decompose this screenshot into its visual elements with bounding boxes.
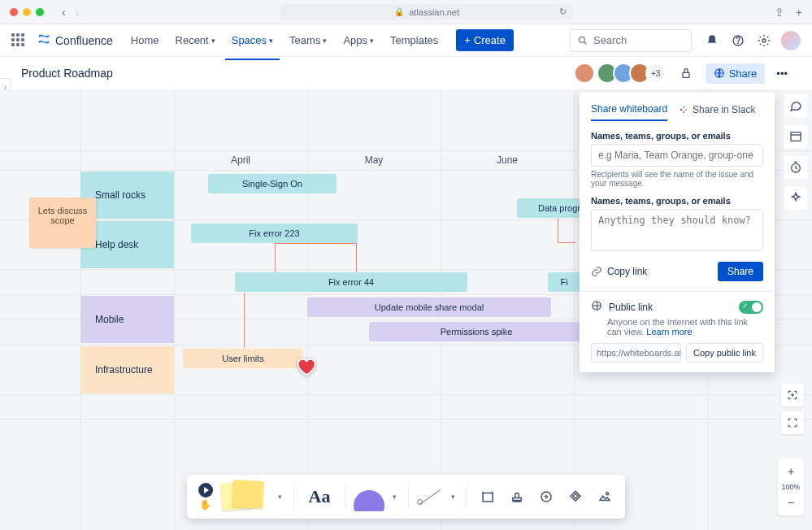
heart-sticker[interactable]	[294, 354, 317, 377]
copy-public-link-button[interactable]: Copy public link	[686, 343, 763, 363]
search-icon	[577, 35, 588, 46]
nav-home[interactable]: Home	[124, 29, 166, 51]
create-button[interactable]: + Create	[456, 29, 514, 51]
shape-tool[interactable]	[354, 482, 384, 511]
svg-rect-7	[680, 109, 682, 111]
learn-more-link[interactable]: Learn more	[646, 327, 692, 337]
refresh-icon[interactable]: ↻	[559, 7, 567, 17]
zoom-controls: + 100% −	[778, 458, 804, 515]
copy-link-button[interactable]: Copy link	[591, 266, 647, 277]
browser-url-text: atlassian.net	[409, 7, 459, 17]
avatar[interactable]	[574, 63, 595, 84]
lock-permissions-icon[interactable]	[675, 62, 697, 85]
names-input[interactable]	[591, 144, 763, 167]
task-permissions-spike[interactable]: Permissions spike	[369, 322, 584, 341]
task-update-mobile[interactable]: Update mobile share modal	[307, 298, 551, 317]
nav-apps[interactable]: Apps▾	[337, 29, 380, 51]
link-icon	[591, 266, 602, 277]
user-avatar[interactable]	[781, 31, 801, 50]
task-fi[interactable]: Fi	[548, 272, 580, 292]
nav-templates[interactable]: Templates	[384, 29, 445, 51]
timer-icon[interactable]	[784, 156, 807, 179]
right-rail	[784, 94, 807, 210]
lock-icon: 🔒	[394, 7, 404, 16]
row-header-infrastructure[interactable]: Infrastructure	[80, 346, 174, 393]
globe-icon	[714, 67, 725, 79]
stamp-tool-icon[interactable]	[505, 484, 529, 509]
sticky-note-tool[interactable]	[221, 480, 270, 513]
names-field-label: Names, teams, groups, or emails	[591, 131, 763, 141]
nav-spaces[interactable]: Spaces▾	[225, 29, 280, 51]
jira-tool-icon[interactable]	[563, 484, 588, 509]
tab-share-slack[interactable]: Share in Slack	[679, 103, 755, 121]
browser-chrome: ‹ › 🔒 atlassian.net ↻ ⇪ +	[0, 0, 812, 24]
share-button[interactable]: Share	[706, 63, 766, 84]
collaborator-avatars[interactable]: +3	[579, 63, 667, 84]
svg-rect-12	[791, 132, 801, 141]
page-header: Product Roadmap +3 Share •••	[0, 57, 812, 89]
row-header-mobile[interactable]: Mobile	[80, 296, 174, 343]
task-fix-44[interactable]: Fix error 44	[235, 272, 467, 292]
public-link-toggle[interactable]	[739, 301, 763, 314]
fullscreen-icon[interactable]	[781, 411, 804, 434]
share-send-button[interactable]: Share	[718, 262, 763, 281]
window-controls[interactable]	[10, 8, 44, 16]
line-tool[interactable]	[417, 484, 443, 510]
browser-new-tab-icon[interactable]: +	[796, 6, 802, 19]
link-tool-icon[interactable]	[534, 484, 558, 509]
month-label: June	[497, 154, 518, 166]
comments-icon[interactable]	[784, 94, 807, 117]
chevron-down-icon: ▾	[211, 37, 215, 45]
chevron-down-icon: ▾	[370, 37, 374, 45]
notifications-icon[interactable]	[703, 32, 721, 50]
nav-recent[interactable]: Recent▾	[169, 29, 222, 51]
svg-point-20	[606, 493, 609, 495]
browser-back-button[interactable]: ‹	[62, 6, 66, 19]
message-field-label: Names, teams, groups, or emails	[591, 196, 763, 206]
svg-rect-16	[483, 493, 493, 502]
focus-icon[interactable]	[781, 384, 804, 406]
svg-point-4	[762, 39, 766, 42]
zoom-in-button[interactable]: +	[781, 463, 801, 480]
tab-share-whiteboard[interactable]: Share whiteboard	[591, 103, 667, 121]
chevron-down-icon: ▾	[323, 37, 327, 45]
image-tool-icon[interactable]	[593, 484, 617, 509]
pointer-tool-icon[interactable]	[198, 483, 213, 497]
ai-icon[interactable]	[784, 187, 807, 210]
svg-point-15	[792, 394, 793, 396]
hand-tool-icon[interactable]: ✋	[199, 499, 211, 510]
chevron-down-icon[interactable]: ▾	[389, 493, 400, 501]
names-hint: Recipients will see the name of the issu…	[591, 170, 763, 188]
panel-icon[interactable]	[784, 125, 807, 148]
zoom-out-button[interactable]: −	[781, 494, 801, 510]
browser-share-icon[interactable]: ⇪	[775, 6, 784, 19]
public-url-display[interactable]: https://whiteboards.atlassian	[591, 343, 681, 363]
settings-icon[interactable]	[755, 32, 773, 50]
whiteboard-canvas[interactable]: April May June Small rocks Help desk Mob…	[0, 89, 812, 530]
product-name: Confluence	[55, 34, 113, 47]
sticky-note[interactable]: Lets discuss scope	[29, 198, 96, 248]
product-logo[interactable]: Confluence	[37, 33, 113, 49]
svg-rect-10	[683, 111, 684, 113]
globe-icon	[591, 300, 602, 314]
frame-tool-icon[interactable]	[475, 484, 500, 509]
svg-rect-8	[683, 106, 684, 108]
message-input[interactable]	[591, 209, 763, 251]
search-input[interactable]: Search	[570, 29, 692, 52]
whiteboard-toolbar: ✋ ▾ Aa ▾ ▾	[187, 475, 626, 519]
chevron-down-icon[interactable]: ▾	[275, 493, 285, 501]
chevron-down-icon[interactable]: ▾	[448, 493, 458, 501]
avatar-overflow[interactable]: +3	[645, 63, 667, 84]
browser-url-bar[interactable]: 🔒 atlassian.net ↻	[280, 4, 573, 20]
help-icon[interactable]	[729, 32, 747, 50]
nav-teams[interactable]: Teams▾	[283, 29, 333, 51]
share-panel: Share whiteboard Share in Slack Names, t…	[580, 92, 775, 372]
plus-icon: +	[464, 34, 471, 46]
task-fix-223[interactable]: Fix error 223	[191, 224, 358, 243]
text-tool[interactable]: Aa	[302, 486, 337, 507]
task-sso[interactable]: Single-Sign On	[208, 174, 337, 193]
app-switcher-icon[interactable]	[11, 33, 26, 48]
browser-forward-button[interactable]: ›	[76, 6, 80, 19]
task-user-limits[interactable]: User limits	[183, 349, 303, 368]
more-options-button[interactable]: •••	[773, 64, 791, 83]
